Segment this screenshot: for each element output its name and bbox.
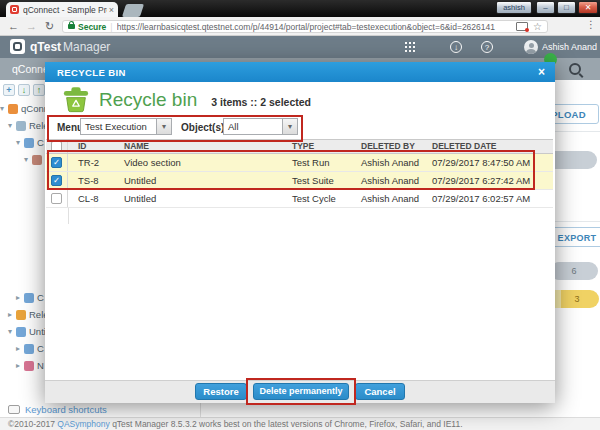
tab-close-icon[interactable]: × (109, 5, 114, 15)
count-badge-clip: 6 (555, 262, 600, 282)
user-name[interactable]: Ashish Anand (542, 42, 597, 52)
sidebar: + ↓ ↑ ▾ qConne ▾ Rele ▾ C ▾ ▸ C ▸ (0, 80, 45, 403)
url-text: https://learnbasicqtest.qtestnet.com/p/4… (117, 22, 512, 32)
tree-item-cycle[interactable]: ▾ C (16, 135, 44, 150)
tree-item[interactable]: ▸ C (16, 341, 44, 356)
release-icon (16, 121, 26, 131)
browser-tab[interactable]: qConnect - Sample Proje × (6, 2, 118, 17)
caret-down-icon[interactable]: ▾ (8, 121, 16, 130)
sidebar-tool-export-icon[interactable]: ↑ (33, 84, 45, 96)
tree-item-suite[interactable]: ▾ (24, 152, 45, 167)
user-avatar[interactable] (524, 40, 538, 54)
recycle-bin-heading: Recycle bin (99, 89, 197, 111)
cell-name: Untitled (120, 190, 288, 207)
test-suite-icon (32, 155, 42, 165)
tree-item-label: qConne (21, 103, 45, 114)
browser-menu-icon[interactable]: ⋮ (586, 19, 596, 30)
bookmark-star-icon[interactable]: ☆ (533, 21, 542, 32)
brand-name: qTest (30, 40, 61, 54)
tree-item-label: C (37, 343, 44, 354)
export-button[interactable]: EXPORT (555, 227, 600, 247)
url-separator: | (110, 22, 112, 32)
reload-icon[interactable]: ↻ (45, 19, 54, 34)
help-icon[interactable]: ? (481, 41, 493, 53)
app-grid-icon[interactable] (405, 42, 407, 44)
footer-copyright: ©2010-2017 (8, 419, 55, 429)
test-cycle-icon (16, 327, 26, 337)
recycle-bin-modal: RECYCLE BIN × Recycle bin 3 items :: 2 s… (45, 62, 555, 403)
caret-down-icon[interactable]: ▾ (24, 155, 32, 164)
footer-note: qTest Manager 8.5.3.2 works best on the … (112, 419, 462, 429)
caret-right-icon[interactable]: ▸ (16, 293, 24, 302)
badge-clip (555, 151, 600, 171)
cancel-button[interactable]: Cancel (355, 383, 405, 400)
tree-item-label: Rele (29, 309, 45, 320)
cell-deleted-date: 07/29/2017 6:02:57 AM (428, 190, 553, 207)
qtest-favicon-icon (10, 5, 19, 14)
test-cycle-icon (24, 293, 34, 303)
test-cycle-icon (24, 138, 34, 148)
search-icon[interactable] (569, 63, 581, 75)
footer-company-link[interactable]: QASymphony (57, 419, 109, 429)
caret-down-icon[interactable]: ▾ (16, 138, 24, 147)
cell-type: Test Cycle (288, 190, 357, 207)
export-button-clip: EXPORT (555, 227, 600, 248)
tree-item[interactable]: ▸ C (16, 290, 44, 305)
download-icon[interactable]: ↓ (450, 41, 462, 53)
count-badge-yellow: 3 (555, 290, 599, 308)
modal-close-icon[interactable]: × (538, 65, 545, 79)
annotation-box-delete-button (246, 378, 356, 405)
caret-down-icon[interactable]: ▾ (8, 327, 16, 336)
caret-down-icon[interactable]: ▾ (0, 104, 8, 113)
test-cycle-icon (24, 344, 34, 354)
recycle-bin-icon (62, 86, 90, 113)
sidebar-tool-add-icon[interactable]: + (3, 84, 15, 96)
tree-item-label: N (37, 360, 44, 371)
page-footer: ©2010-2017 QASymphony qTest Manager 8.5.… (0, 417, 600, 430)
tree-item-label: Rele (29, 120, 45, 131)
sidebar-tool-import-icon[interactable]: ↓ (18, 84, 30, 96)
product-name: Manager (63, 40, 110, 54)
upload-button[interactable]: UPLOAD (555, 104, 599, 124)
home-icon (8, 104, 18, 114)
back-icon[interactable]: ← (8, 19, 19, 34)
modal-title: RECYCLE BIN (57, 67, 126, 78)
window-user-button[interactable]: ashish (496, 1, 532, 14)
cast-icon[interactable] (516, 22, 528, 31)
status-pill (555, 151, 597, 169)
keyboard-shortcuts-link[interactable]: Keyboard shortcuts (25, 404, 107, 415)
window-maximize-button[interactable]: □ (557, 1, 576, 14)
tree-item-project[interactable]: ▾ qConne (0, 101, 45, 116)
restore-button[interactable]: Restore (195, 383, 247, 400)
tab-title: qConnect - Sample Proje (23, 5, 107, 15)
screen: qConnect - Sample Proje × ashish – □ ✕ ←… (0, 0, 600, 430)
release-icon (16, 310, 26, 320)
caret-right-icon[interactable]: ▸ (16, 361, 24, 370)
tree-item-label: C (37, 292, 44, 303)
forward-icon[interactable]: → (26, 19, 37, 34)
table-column-stub (46, 208, 69, 224)
annotation-box-selected-rows (47, 150, 535, 190)
count-badge: 6 (555, 262, 598, 280)
qtest-logo-icon[interactable] (10, 39, 25, 54)
module-icon (24, 361, 34, 371)
count-badge-clip: 3 (555, 290, 600, 310)
tree-item[interactable]: ▾ Unti (8, 324, 45, 339)
secure-lock-icon (68, 24, 75, 29)
caret-right-icon[interactable]: ▸ (16, 344, 24, 353)
upload-button-clip: UPLOAD (555, 104, 600, 128)
cell-id: CL-8 (68, 190, 120, 207)
tree-item[interactable]: ▸ N (16, 358, 44, 373)
keyboard-icon (8, 405, 20, 414)
window-close-button[interactable]: ✕ (578, 1, 598, 14)
cell-deleted-by: Ashish Anand (357, 190, 428, 207)
tree-item-label: Unti (29, 326, 45, 337)
caret-right-icon[interactable]: ▸ (8, 310, 16, 319)
url-field[interactable]: Secure | https://learnbasicqtest.qtestne… (62, 20, 548, 33)
window-minimize-button[interactable]: – (536, 1, 555, 14)
table-row[interactable]: CL-8 Untitled Test Cycle Ashish Anand 07… (46, 190, 553, 208)
panel-divider (200, 403, 201, 417)
tree-item[interactable]: ▸ Rele (8, 307, 45, 322)
row-checkbox[interactable] (51, 193, 62, 204)
tree-item-releases[interactable]: ▾ Rele (8, 118, 45, 133)
